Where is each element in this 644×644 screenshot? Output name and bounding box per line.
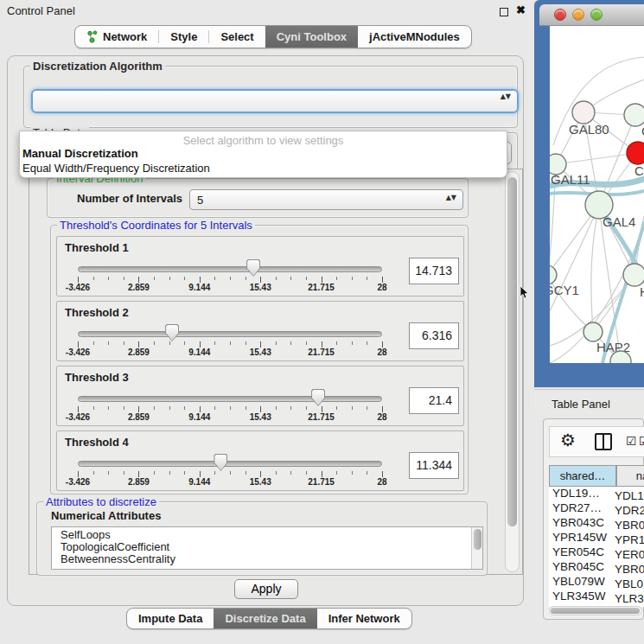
settings-scroll-panel: Interval Definition Number of Intervals … bbox=[29, 169, 523, 575]
slider-track[interactable] bbox=[78, 331, 382, 337]
attribute-list-item[interactable]: SelfLoops bbox=[52, 527, 482, 539]
tab-discretize-data[interactable]: Discretize Data bbox=[214, 609, 316, 628]
tick-label: 2.859 bbox=[128, 412, 150, 422]
table-row[interactable]: YBR045CYBR0 bbox=[549, 560, 644, 575]
threshold-panel: Threshold 3-3.4262.8599.14415.4321.71528… bbox=[56, 366, 464, 426]
panel-scrollbar[interactable] bbox=[505, 171, 520, 572]
slider-track[interactable] bbox=[78, 266, 382, 272]
tick-label: 28 bbox=[377, 412, 386, 422]
threshold-panel: Threshold 1-3.4262.8599.14415.4321.71528… bbox=[56, 236, 464, 296]
table-row[interactable]: YPR145WYPR1 bbox=[549, 531, 644, 545]
network-window-titlebar[interactable] bbox=[539, 4, 644, 26]
spinner-value: 5 bbox=[197, 194, 203, 207]
slider-thumb[interactable] bbox=[311, 389, 325, 406]
tick-mark bbox=[138, 406, 139, 412]
table-row[interactable]: YBR043CYBR0 bbox=[549, 516, 644, 531]
tick-mark bbox=[306, 277, 307, 280]
threshold-value-field[interactable]: 21.4 bbox=[409, 387, 459, 414]
settings-gear-icon[interactable]: ⚙ bbox=[560, 430, 576, 450]
tick-mark bbox=[367, 471, 367, 475]
threshold-value-field[interactable]: 14.713 bbox=[409, 258, 459, 284]
float-window-icon[interactable] bbox=[500, 8, 508, 16]
tick-mark bbox=[184, 277, 185, 280]
tick-label: 9.144 bbox=[188, 412, 210, 422]
cell-name: YDL1 bbox=[615, 489, 644, 502]
tab-label: Impute Data bbox=[138, 612, 202, 625]
slider-thumb[interactable] bbox=[214, 454, 227, 471]
tab-select[interactable]: Select bbox=[209, 26, 265, 48]
table-row[interactable]: YDL19…YDL1 bbox=[549, 487, 644, 501]
network-node[interactable] bbox=[550, 265, 557, 284]
cell-shared-name: YBR045C bbox=[549, 560, 615, 573]
tick-mark bbox=[352, 471, 353, 475]
tick-mark bbox=[214, 471, 215, 475]
minimize-traffic-light-icon[interactable] bbox=[572, 9, 584, 21]
scrollbar-thumb[interactable] bbox=[507, 177, 517, 526]
slider-track[interactable] bbox=[78, 461, 382, 467]
group-title: Attributes to discretize bbox=[43, 495, 159, 508]
close-traffic-light-icon[interactable] bbox=[554, 9, 566, 21]
list-scrollbar[interactable] bbox=[471, 527, 482, 569]
tick-mark bbox=[230, 471, 231, 475]
checkbox-icon[interactable]: ☑ bbox=[639, 434, 644, 448]
num-intervals-spinner[interactable]: 5 ▲▼ bbox=[189, 189, 463, 210]
discretization-algorithm-group: Discretization Algorithm ▲▼ bbox=[23, 66, 518, 128]
apply-button[interactable]: Apply bbox=[234, 579, 298, 599]
table-row[interactable]: YLR345WYLR3 bbox=[549, 590, 644, 604]
numerical-attributes-list[interactable]: SelfLoopsTopologicalCoefficientBetweenne… bbox=[51, 526, 483, 570]
tick-mark bbox=[169, 406, 170, 410]
tab-label: jActiveMNodules bbox=[369, 30, 460, 43]
spinner-arrows-icon: ▲▼ bbox=[446, 194, 456, 201]
tab-network[interactable]: Network bbox=[75, 26, 158, 48]
network-node[interactable] bbox=[583, 322, 603, 341]
column-header-name[interactable]: na bbox=[616, 465, 644, 487]
tab-infer-network[interactable]: Infer Network bbox=[317, 609, 411, 628]
dropdown-option-equal-width[interactable]: Equal Width/Frequency Discretization bbox=[20, 162, 507, 176]
tab-impute-data[interactable]: Impute Data bbox=[127, 609, 214, 628]
tick-mark bbox=[245, 471, 246, 475]
tick-label: 2.859 bbox=[128, 348, 150, 357]
tick-label: 28 bbox=[377, 283, 386, 292]
dropdown-option-manual[interactable]: Manual Discretization bbox=[20, 147, 507, 162]
tab-jactivemnodules[interactable]: jActiveMNodules bbox=[358, 26, 471, 48]
scrollbar-thumb[interactable] bbox=[474, 529, 481, 550]
tab-label: Style bbox=[170, 30, 197, 43]
table-horizontal-scrollbar[interactable] bbox=[549, 606, 642, 615]
tab-style[interactable]: Style bbox=[159, 26, 208, 48]
attribute-list-item[interactable]: TopologicalCoefficient bbox=[52, 539, 482, 552]
table-row[interactable]: YDR27…YDR2 bbox=[549, 501, 644, 516]
tab-cyni-toolbox[interactable]: Cyni Toolbox bbox=[265, 26, 358, 48]
algorithm-combobox[interactable]: ▲▼ bbox=[31, 89, 519, 113]
attribute-list-item[interactable]: BetweennessCentrality bbox=[52, 552, 482, 564]
split-panel-icon[interactable] bbox=[595, 433, 612, 450]
tick-label: 15.43 bbox=[250, 283, 271, 292]
checkbox-icon[interactable]: ☑ bbox=[626, 434, 637, 448]
tick-mark bbox=[184, 341, 185, 345]
tick-mark bbox=[93, 471, 94, 475]
tick-mark bbox=[382, 341, 383, 348]
network-node[interactable] bbox=[572, 101, 595, 124]
threshold-value-field[interactable]: 11.344 bbox=[409, 452, 459, 479]
threshold-value-field[interactable]: 6.316 bbox=[409, 322, 459, 349]
tick-mark bbox=[154, 277, 155, 280]
tick-mark bbox=[124, 471, 124, 475]
cell-name: YDR2 bbox=[615, 504, 644, 517]
zoom-traffic-light-icon[interactable] bbox=[590, 9, 603, 21]
close-icon[interactable]: ✖ bbox=[516, 3, 526, 16]
tick-mark bbox=[290, 277, 291, 280]
network-canvas[interactable]: GAL80GACGAL11GAL4GCY1HHAP2 bbox=[550, 26, 644, 363]
table-row[interactable]: YER054CYER0 bbox=[549, 545, 644, 560]
tick-mark bbox=[322, 406, 322, 412]
scrollbar-thumb[interactable] bbox=[551, 608, 640, 614]
slider-track[interactable] bbox=[78, 396, 382, 402]
slider-thumb[interactable] bbox=[165, 324, 179, 341]
slider-thumb[interactable] bbox=[246, 259, 260, 277]
tick-label: -3.426 bbox=[66, 283, 90, 292]
tick-mark bbox=[382, 471, 383, 477]
tick-mark bbox=[154, 341, 155, 345]
network-node[interactable] bbox=[627, 142, 644, 164]
column-header-shared-name[interactable]: shared… bbox=[549, 465, 616, 487]
table-row[interactable]: YBL079WYBL0 bbox=[549, 575, 644, 590]
network-node[interactable] bbox=[623, 264, 644, 286]
tab-label: Network bbox=[103, 30, 147, 43]
